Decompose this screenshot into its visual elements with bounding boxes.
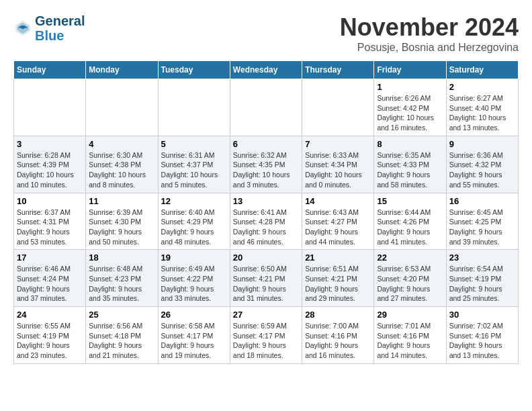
day-info: Sunrise: 6:32 AM Sunset: 4:35 PM Dayligh… xyxy=(233,150,299,190)
day-number: 23 xyxy=(449,253,515,263)
calendar-cell: 16Sunrise: 6:45 AM Sunset: 4:25 PM Dayli… xyxy=(446,193,518,250)
calendar-cell: 7Sunrise: 6:33 AM Sunset: 4:34 PM Daylig… xyxy=(302,136,374,193)
weekday-header: Sunday xyxy=(14,61,86,79)
day-info: Sunrise: 6:26 AM Sunset: 4:42 PM Dayligh… xyxy=(377,93,443,133)
day-info: Sunrise: 6:56 AM Sunset: 4:18 PM Dayligh… xyxy=(89,321,154,361)
page-header: General Blue November 2024 Posusje, Bosn… xyxy=(13,13,519,54)
calendar-cell: 28Sunrise: 7:00 AM Sunset: 4:16 PM Dayli… xyxy=(302,307,374,364)
day-number: 10 xyxy=(17,196,83,206)
calendar-cell: 21Sunrise: 6:51 AM Sunset: 4:21 PM Dayli… xyxy=(302,250,374,307)
day-number: 29 xyxy=(377,310,443,320)
calendar-cell: 19Sunrise: 6:49 AM Sunset: 4:22 PM Dayli… xyxy=(158,250,230,307)
day-info: Sunrise: 6:51 AM Sunset: 4:21 PM Dayligh… xyxy=(305,264,371,304)
calendar-cell: 4Sunrise: 6:30 AM Sunset: 4:38 PM Daylig… xyxy=(86,136,158,193)
weekday-header: Wednesday xyxy=(230,61,302,79)
day-info: Sunrise: 7:01 AM Sunset: 4:16 PM Dayligh… xyxy=(377,321,443,361)
day-info: Sunrise: 6:49 AM Sunset: 4:22 PM Dayligh… xyxy=(161,264,227,304)
day-info: Sunrise: 6:33 AM Sunset: 4:34 PM Dayligh… xyxy=(305,150,371,190)
calendar-cell: 30Sunrise: 7:02 AM Sunset: 4:16 PM Dayli… xyxy=(446,307,518,364)
calendar-header-row: SundayMondayTuesdayWednesdayThursdayFrid… xyxy=(14,61,519,79)
logo-line1: General xyxy=(35,13,85,28)
day-number: 15 xyxy=(377,196,443,206)
calendar-table: SundayMondayTuesdayWednesdayThursdayFrid… xyxy=(13,60,519,364)
day-number: 4 xyxy=(89,139,154,149)
day-info: Sunrise: 6:43 AM Sunset: 4:27 PM Dayligh… xyxy=(305,208,371,247)
day-number: 20 xyxy=(233,253,299,263)
calendar-week-row: 10Sunrise: 6:37 AM Sunset: 4:31 PM Dayli… xyxy=(14,193,519,250)
day-info: Sunrise: 6:39 AM Sunset: 4:30 PM Dayligh… xyxy=(89,208,154,247)
day-info: Sunrise: 6:28 AM Sunset: 4:39 PM Dayligh… xyxy=(17,150,83,190)
day-info: Sunrise: 6:41 AM Sunset: 4:28 PM Dayligh… xyxy=(233,208,299,247)
day-info: Sunrise: 6:37 AM Sunset: 4:31 PM Dayligh… xyxy=(17,208,83,247)
day-info: Sunrise: 6:36 AM Sunset: 4:32 PM Dayligh… xyxy=(449,150,515,190)
calendar-cell: 9Sunrise: 6:36 AM Sunset: 4:32 PM Daylig… xyxy=(446,136,518,193)
day-info: Sunrise: 6:45 AM Sunset: 4:25 PM Dayligh… xyxy=(449,208,515,247)
calendar-cell xyxy=(230,79,302,136)
calendar-cell: 13Sunrise: 6:41 AM Sunset: 4:28 PM Dayli… xyxy=(230,193,302,250)
day-info: Sunrise: 6:30 AM Sunset: 4:38 PM Dayligh… xyxy=(89,150,154,190)
day-number: 12 xyxy=(161,196,227,206)
weekday-header: Saturday xyxy=(446,61,518,79)
calendar-week-row: 3Sunrise: 6:28 AM Sunset: 4:39 PM Daylig… xyxy=(14,136,519,193)
calendar-cell: 6Sunrise: 6:32 AM Sunset: 4:35 PM Daylig… xyxy=(230,136,302,193)
day-number: 25 xyxy=(89,310,154,320)
logo-line2: Blue xyxy=(35,28,85,43)
calendar-cell: 29Sunrise: 7:01 AM Sunset: 4:16 PM Dayli… xyxy=(374,307,446,364)
day-info: Sunrise: 6:40 AM Sunset: 4:29 PM Dayligh… xyxy=(161,208,227,247)
calendar-cell: 27Sunrise: 6:59 AM Sunset: 4:17 PM Dayli… xyxy=(230,307,302,364)
day-number: 8 xyxy=(377,139,443,149)
calendar-week-row: 17Sunrise: 6:46 AM Sunset: 4:24 PM Dayli… xyxy=(14,250,519,307)
day-number: 13 xyxy=(233,196,299,206)
day-number: 24 xyxy=(17,310,83,320)
day-info: Sunrise: 7:00 AM Sunset: 4:16 PM Dayligh… xyxy=(305,321,371,361)
calendar-cell: 26Sunrise: 6:58 AM Sunset: 4:17 PM Dayli… xyxy=(158,307,230,364)
calendar-cell xyxy=(86,79,158,136)
calendar-cell xyxy=(14,79,86,136)
day-number: 2 xyxy=(449,82,515,92)
day-number: 6 xyxy=(233,139,299,149)
location-title: Posusje, Bosnia and Herzegovina xyxy=(340,42,519,54)
day-number: 14 xyxy=(305,196,371,206)
weekday-header: Tuesday xyxy=(158,61,230,79)
calendar-cell xyxy=(302,79,374,136)
day-number: 22 xyxy=(377,253,443,263)
day-number: 3 xyxy=(17,139,83,149)
day-info: Sunrise: 6:27 AM Sunset: 4:40 PM Dayligh… xyxy=(449,93,515,133)
day-number: 11 xyxy=(89,196,154,206)
calendar-cell: 5Sunrise: 6:31 AM Sunset: 4:37 PM Daylig… xyxy=(158,136,230,193)
day-info: Sunrise: 6:48 AM Sunset: 4:23 PM Dayligh… xyxy=(89,264,154,304)
calendar-cell: 23Sunrise: 6:54 AM Sunset: 4:19 PM Dayli… xyxy=(446,250,518,307)
day-number: 26 xyxy=(161,310,227,320)
weekday-header: Thursday xyxy=(302,61,374,79)
day-number: 5 xyxy=(161,139,227,149)
calendar-cell: 3Sunrise: 6:28 AM Sunset: 4:39 PM Daylig… xyxy=(14,136,86,193)
day-number: 17 xyxy=(17,253,83,263)
logo-icon xyxy=(13,19,32,38)
day-number: 16 xyxy=(449,196,515,206)
logo: General Blue xyxy=(13,13,85,43)
calendar-cell: 2Sunrise: 6:27 AM Sunset: 4:40 PM Daylig… xyxy=(446,79,518,136)
day-info: Sunrise: 6:55 AM Sunset: 4:19 PM Dayligh… xyxy=(17,321,83,361)
calendar-cell: 17Sunrise: 6:46 AM Sunset: 4:24 PM Dayli… xyxy=(14,250,86,307)
day-number: 30 xyxy=(449,310,515,320)
calendar-cell: 24Sunrise: 6:55 AM Sunset: 4:19 PM Dayli… xyxy=(14,307,86,364)
calendar-cell: 12Sunrise: 6:40 AM Sunset: 4:29 PM Dayli… xyxy=(158,193,230,250)
day-info: Sunrise: 6:35 AM Sunset: 4:33 PM Dayligh… xyxy=(377,150,443,190)
calendar-week-row: 24Sunrise: 6:55 AM Sunset: 4:19 PM Dayli… xyxy=(14,307,519,364)
title-area: November 2024 Posusje, Bosnia and Herzeg… xyxy=(340,13,519,54)
calendar-cell: 18Sunrise: 6:48 AM Sunset: 4:23 PM Dayli… xyxy=(86,250,158,307)
calendar-cell: 20Sunrise: 6:50 AM Sunset: 4:21 PM Dayli… xyxy=(230,250,302,307)
day-info: Sunrise: 6:50 AM Sunset: 4:21 PM Dayligh… xyxy=(233,264,299,304)
calendar-cell: 11Sunrise: 6:39 AM Sunset: 4:30 PM Dayli… xyxy=(86,193,158,250)
day-info: Sunrise: 6:53 AM Sunset: 4:20 PM Dayligh… xyxy=(377,264,443,304)
calendar-cell: 25Sunrise: 6:56 AM Sunset: 4:18 PM Dayli… xyxy=(86,307,158,364)
day-info: Sunrise: 6:59 AM Sunset: 4:17 PM Dayligh… xyxy=(233,321,299,361)
day-info: Sunrise: 7:02 AM Sunset: 4:16 PM Dayligh… xyxy=(449,321,515,361)
calendar-week-row: 1Sunrise: 6:26 AM Sunset: 4:42 PM Daylig… xyxy=(14,79,519,136)
day-info: Sunrise: 6:54 AM Sunset: 4:19 PM Dayligh… xyxy=(449,264,515,304)
day-number: 21 xyxy=(305,253,371,263)
calendar-cell: 1Sunrise: 6:26 AM Sunset: 4:42 PM Daylig… xyxy=(374,79,446,136)
calendar-cell: 15Sunrise: 6:44 AM Sunset: 4:26 PM Dayli… xyxy=(374,193,446,250)
calendar-cell xyxy=(158,79,230,136)
month-title: November 2024 xyxy=(340,13,519,42)
